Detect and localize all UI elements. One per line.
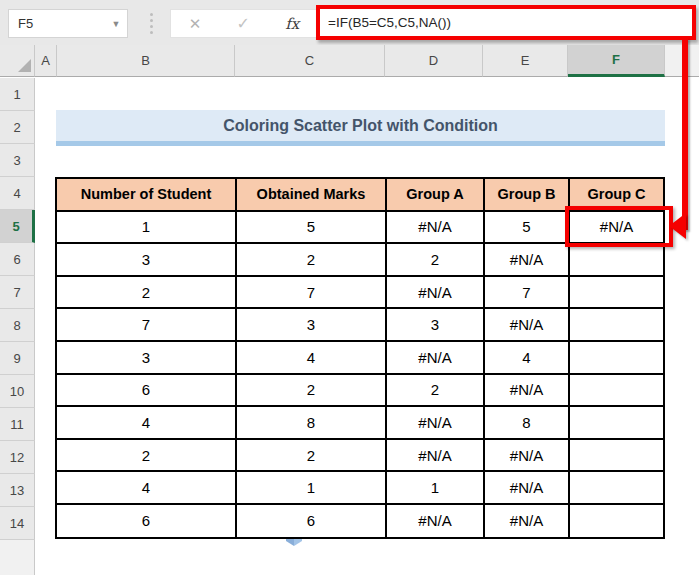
- table-header-cell[interactable]: Group A: [387, 179, 485, 210]
- row-header-1[interactable]: 1: [0, 78, 35, 111]
- row-header-10[interactable]: 10: [0, 375, 35, 408]
- cell[interactable]: 2: [387, 244, 485, 275]
- cell[interactable]: 2: [237, 244, 387, 275]
- cell[interactable]: [570, 505, 663, 537]
- table-header-cell[interactable]: Group B: [485, 179, 570, 210]
- cell[interactable]: #N/A: [485, 505, 570, 537]
- cell[interactable]: #N/A: [485, 375, 570, 406]
- cell[interactable]: #N/A: [387, 277, 485, 308]
- excel-window: F5 ▼ ✕ ✓ fx =IF(B5=C5,C5,NA()) ABCDEF 12…: [0, 0, 699, 575]
- row-header-6[interactable]: 6: [0, 243, 35, 276]
- cell[interactable]: 4: [57, 407, 237, 438]
- cell[interactable]: [570, 472, 663, 503]
- row-header-9[interactable]: 9: [0, 342, 35, 375]
- cell[interactable]: #N/A: [485, 244, 570, 275]
- column-header-f[interactable]: F: [568, 45, 665, 77]
- cell[interactable]: 8: [485, 407, 570, 438]
- cell[interactable]: 7: [237, 277, 387, 308]
- row-header-3[interactable]: 3: [0, 144, 35, 177]
- column-header-d[interactable]: D: [385, 45, 483, 77]
- row-header-12[interactable]: 12: [0, 441, 35, 474]
- column-header-a[interactable]: A: [35, 45, 57, 77]
- cell[interactable]: [570, 244, 663, 275]
- cell[interactable]: 3: [57, 244, 237, 275]
- row-header-13[interactable]: 13: [0, 474, 35, 507]
- cell[interactable]: 3: [237, 309, 387, 340]
- row-header-11[interactable]: 11: [0, 408, 35, 441]
- row-header-14[interactable]: 14: [0, 507, 35, 540]
- cell[interactable]: 2: [387, 375, 485, 406]
- cell[interactable]: #N/A: [387, 505, 485, 537]
- sheet-title: Coloring Scatter Plot with Condition: [223, 117, 498, 135]
- cell[interactable]: 3: [387, 309, 485, 340]
- cell[interactable]: 5: [485, 212, 570, 243]
- table-row: 322#N/A: [57, 244, 663, 277]
- cell[interactable]: #N/A: [485, 309, 570, 340]
- table-row: 733#N/A: [57, 309, 663, 342]
- name-box[interactable]: F5 ▼: [8, 9, 128, 38]
- cell[interactable]: 7: [485, 277, 570, 308]
- row-header-8[interactable]: 8: [0, 309, 35, 342]
- table-row: 48#N/A8: [57, 407, 663, 440]
- enter-icon[interactable]: ✓: [237, 14, 250, 33]
- select-all-icon: [18, 59, 31, 72]
- table-row: 66#N/A#N/A: [57, 505, 663, 537]
- row-header-4[interactable]: 4: [0, 177, 35, 210]
- cancel-icon[interactable]: ✕: [189, 15, 202, 33]
- table-header-cell[interactable]: Obtained Marks: [237, 179, 387, 210]
- column-header-e[interactable]: E: [483, 45, 568, 77]
- cell[interactable]: #N/A: [387, 342, 485, 373]
- cell[interactable]: [570, 342, 663, 373]
- cell[interactable]: #N/A: [485, 440, 570, 471]
- formula-bar-area: F5 ▼ ✕ ✓ fx =IF(B5=C5,C5,NA()): [0, 0, 699, 45]
- name-box-value[interactable]: F5: [9, 16, 105, 31]
- cell[interactable]: 1: [57, 212, 237, 243]
- table-row: 15#N/A5#N/A: [57, 212, 663, 245]
- table-header-row: Number of StudentObtained MarksGroup AGr…: [57, 179, 663, 212]
- cell[interactable]: 6: [57, 505, 237, 537]
- cell[interactable]: 1: [387, 472, 485, 503]
- cell[interactable]: 4: [57, 472, 237, 503]
- cell[interactable]: [570, 407, 663, 438]
- cell[interactable]: [570, 440, 663, 471]
- column-header-b[interactable]: B: [57, 45, 235, 77]
- cell[interactable]: 4: [237, 342, 387, 373]
- cell[interactable]: 2: [237, 375, 387, 406]
- formula-text[interactable]: =IF(B5=C5,C5,NA()): [320, 15, 451, 30]
- cell[interactable]: #N/A: [387, 407, 485, 438]
- cell[interactable]: 5: [237, 212, 387, 243]
- resize-handle-dots-icon[interactable]: [150, 13, 153, 34]
- cell[interactable]: [570, 277, 663, 308]
- table-header-cell[interactable]: Number of Student: [57, 179, 237, 210]
- cell[interactable]: 3: [57, 342, 237, 373]
- cell[interactable]: [570, 309, 663, 340]
- select-all-button[interactable]: [0, 45, 35, 77]
- cell[interactable]: #N/A: [570, 212, 663, 243]
- table-row: 411#N/A: [57, 472, 663, 505]
- cell[interactable]: 6: [237, 505, 387, 537]
- cell[interactable]: 1: [237, 472, 387, 503]
- cell[interactable]: [570, 375, 663, 406]
- cell[interactable]: 2: [237, 440, 387, 471]
- cell[interactable]: #N/A: [387, 212, 485, 243]
- table-row: 22#N/A#N/A: [57, 440, 663, 473]
- row-header-7[interactable]: 7: [0, 276, 35, 309]
- row-header-2[interactable]: 2: [0, 111, 35, 144]
- chevron-down-icon[interactable]: ▼: [105, 19, 127, 29]
- formula-input[interactable]: =IF(B5=C5,C5,NA()): [316, 5, 696, 40]
- cell[interactable]: 6: [57, 375, 237, 406]
- column-header-filler: [665, 45, 699, 77]
- sheet-title-cell[interactable]: Coloring Scatter Plot with Condition: [56, 110, 665, 146]
- cell[interactable]: 8: [237, 407, 387, 438]
- table-header-cell[interactable]: Group C: [570, 179, 663, 210]
- cell[interactable]: 2: [57, 277, 237, 308]
- cell[interactable]: #N/A: [485, 472, 570, 503]
- insert-function-icon[interactable]: fx: [285, 15, 299, 33]
- cell[interactable]: #N/A: [387, 440, 485, 471]
- cell[interactable]: 4: [485, 342, 570, 373]
- cell[interactable]: 7: [57, 309, 237, 340]
- cell[interactable]: 2: [57, 440, 237, 471]
- column-header-c[interactable]: C: [235, 45, 385, 77]
- column-header-row: ABCDEF: [0, 45, 699, 78]
- row-header-5[interactable]: 5: [0, 210, 35, 243]
